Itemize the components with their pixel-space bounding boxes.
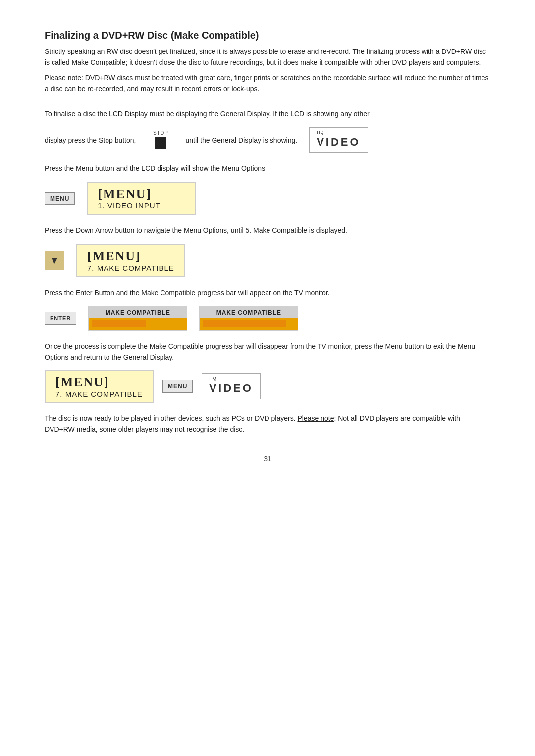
please-note-2: Please note <box>297 414 334 422</box>
progress-bar-2 <box>203 320 286 327</box>
video-label-bottom: VIDEO <box>209 382 253 395</box>
lcd-menu-sub-3: 7. MAKE COMPATIBLE <box>55 390 143 398</box>
make-compat-label-1: MAKE COMPATIBLE <box>89 306 187 318</box>
inst6-text: The disc is now ready to be played in ot… <box>45 414 297 422</box>
make-compat-label-2: MAKE COMPATIBLE <box>200 306 298 318</box>
lcd-menu-display-2: [MENU] 7. MAKE COMPATIBLE <box>76 244 185 277</box>
lcd-menu-sub-1: 1. VIDEO INPUT <box>98 202 185 210</box>
video-label: VIDEO <box>317 136 360 149</box>
hq-label: HQ <box>317 130 360 135</box>
page-heading: Finalizing a DVD+RW Disc (Make Compatibl… <box>45 30 490 41</box>
lcd-menu-display-3: [MENU] 7. MAKE COMPATIBLE <box>45 370 154 403</box>
instruction-3: Press the Down Arrow button to navigate … <box>45 225 490 236</box>
stop-button-row: display press the Stop button, STOP unti… <box>45 127 490 153</box>
down-arrow-icon: ▼ <box>50 255 59 266</box>
instruction-5: Once the process is complete the Make Co… <box>45 341 490 363</box>
inst1b-text: display press the Stop button, <box>45 136 136 144</box>
menu-display-row-1: MENU [MENU] 1. VIDEO INPUT <box>45 182 490 215</box>
stop-label: STOP <box>153 130 168 136</box>
stop-square-icon <box>155 137 166 149</box>
instruction-6: The disc is now ready to be played in ot… <box>45 413 490 435</box>
lcd-menu-title-3: [MENU] <box>55 375 143 390</box>
menu-button-1[interactable]: MENU <box>45 192 75 205</box>
stop-button-display: STOP <box>148 128 173 152</box>
menu-button-bottom[interactable]: MENU <box>162 380 193 393</box>
progress-bar-1 <box>92 320 146 327</box>
paragraph-2: Please note: DVD+RW discs must be treate… <box>45 72 490 95</box>
menu-display-row-2: ▼ [MENU] 7. MAKE COMPATIBLE <box>45 244 490 277</box>
down-arrow-button[interactable]: ▼ <box>45 251 64 270</box>
make-compatible-bar-2: MAKE COMPATIBLE <box>199 306 298 331</box>
video-lcd-display: HQ VIDEO <box>309 127 368 153</box>
instruction-1: To finalise a disc the LCD Display must … <box>45 108 490 119</box>
lcd-menu-sub-2: 7. MAKE COMPATIBLE <box>87 264 174 272</box>
please-note-1: Please note <box>45 74 81 82</box>
video-lcd-display-bottom: HQ VIDEO <box>202 373 260 399</box>
instruction-2: Press the Menu button and the LCD displa… <box>45 163 490 174</box>
inst1c-text: until the General Display is showing. <box>185 136 297 144</box>
bottom-display-row: [MENU] 7. MAKE COMPATIBLE MENU HQ VIDEO <box>45 370 490 403</box>
paragraph-2-rest: : DVD+RW discs must be treated with grea… <box>45 74 489 93</box>
enter-progress-row: ENTER MAKE COMPATIBLE MAKE COMPATIBLE <box>45 306 490 331</box>
hq-label-bottom: HQ <box>209 376 253 381</box>
lcd-menu-title-2: [MENU] <box>87 249 174 264</box>
instruction-4: Press the Enter Button and the Make Comp… <box>45 287 490 298</box>
enter-button[interactable]: ENTER <box>45 312 76 325</box>
page-number: 31 <box>45 455 490 463</box>
lcd-menu-display-1: [MENU] 1. VIDEO INPUT <box>87 182 196 215</box>
lcd-menu-title-1: [MENU] <box>98 187 185 202</box>
make-compatible-bar-1: MAKE COMPATIBLE <box>88 306 187 331</box>
paragraph-1: Strictly speaking an RW disc doesn't get… <box>45 46 490 68</box>
